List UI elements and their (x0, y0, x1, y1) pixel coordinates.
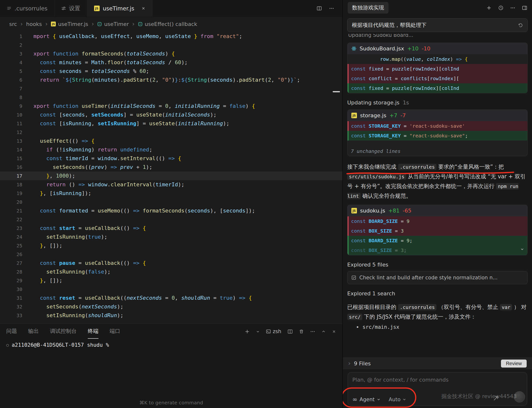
tab-label: useTimer.js (103, 5, 134, 12)
files-bar[interactable]: › 9 Files Review (343, 357, 532, 369)
breadcrumb-item-hooks[interactable]: hooks (26, 21, 42, 27)
code-line-26[interactable]: 26 (0, 250, 342, 259)
scrollbar-thumb[interactable] (333, 91, 340, 92)
code-line-24[interactable]: 24 setIsRunning(true); (0, 233, 342, 241)
chat-title[interactable]: 数独游戏实现 (348, 2, 388, 14)
code-line-18[interactable]: 18 return () => window.clearInterval(tim… (0, 180, 342, 189)
terminal-dropdown-icon[interactable] (256, 330, 260, 333)
code-line-16[interactable]: 16 setSeconds((prev) => prev + 1); (0, 163, 342, 171)
code-line-3[interactable]: 3xport function formatSeconds(totalSecon… (0, 50, 342, 58)
code-line-4[interactable]: 4 const minutes = Math.floor(totalSecond… (0, 58, 342, 67)
maximize-panel-icon[interactable] (322, 330, 326, 334)
split-editor-icon[interactable] (317, 6, 322, 11)
diff-line-del: const fixed = puzzle[rowIndex][colInd (348, 64, 527, 74)
editor-tabs: .cursorrules设置JSuseTimer.js (0, 0, 153, 17)
agent-mode-selector[interactable]: ∞ Agent (352, 396, 380, 402)
terminal-tab-调试控制台[interactable]: 调试控制台 (50, 324, 77, 339)
code-line-8[interactable]: 8 (0, 93, 342, 102)
terminal-tab-输出[interactable]: 输出 (28, 324, 39, 339)
code-line-30[interactable]: 30 (0, 285, 342, 294)
restore-checkpoint-icon[interactable] (518, 23, 523, 28)
breadcrumb[interactable]: src›hooks›JSuseTimer.js›useTimer›useEffe… (0, 17, 342, 31)
kill-terminal-icon[interactable] (299, 329, 304, 334)
code-line-12[interactable]: 12 (0, 128, 342, 137)
terminal-tab-问题[interactable]: 问题 (6, 324, 17, 339)
shell-selector[interactable]: zsh (266, 329, 281, 334)
terminal-shell-icon (266, 329, 271, 334)
code-line-32[interactable]: 32 setSeconds(nextSeconds); (0, 302, 342, 311)
breadcrumb-item-useeffect-callback[interactable]: useEffect() callback (138, 21, 197, 27)
breadcrumb-item-src[interactable]: src (9, 21, 17, 27)
terminal-output[interactable]: ○ a211026@B-41DSQ6LT-0157 shudu % (0, 339, 342, 348)
expand-diff-icon[interactable] (520, 247, 524, 251)
code-editor[interactable]: 1mport { useCallback, useEffect, useMemo… (0, 31, 342, 324)
code-line-9[interactable]: 9xport function useTimer(initialSeconds … (0, 102, 342, 110)
code-line-27[interactable]: 27 const pause = useCallback(() => { (0, 259, 342, 267)
toggle-panel-icon[interactable] (522, 5, 527, 10)
code-line-10[interactable]: 10 const [seconds, setSeconds] = useStat… (0, 110, 342, 119)
diff-card-body: row.map((value, colIndex) => {const fixe… (348, 54, 527, 93)
diff-card-sudokuboard-jsx[interactable]: SudokuBoard.jsx+10-10 row.map((value, co… (347, 43, 528, 93)
terminal-tab-端口[interactable]: 端口 (110, 324, 120, 339)
user-message-text: 根据项目代码规范，帮我处理下 (352, 22, 427, 29)
code-line-15[interactable]: 15 const timerId = window.setInterval(()… (0, 154, 342, 163)
editor-tab-设置[interactable]: 设置 (54, 0, 87, 17)
review-button[interactable]: Review (501, 359, 527, 367)
code-line-14[interactable]: 14 if (!isRunning) return undefined; (0, 145, 342, 154)
model-selector[interactable]: Auto (389, 397, 406, 402)
bullet-dot: • (356, 324, 359, 331)
diff-card-sudoku-js[interactable]: JSsudoku.js+81-65const BOARD_SIZE = 9con… (347, 205, 528, 255)
editor-more-icon[interactable] (329, 6, 334, 11)
code-line-33[interactable]: 33 setIsRunning(shouldRun); (0, 311, 342, 320)
js-symbol-icon: JS (51, 22, 56, 26)
new-terminal-icon[interactable] (245, 329, 250, 334)
explored-search-label: Explored 1 search (347, 290, 528, 297)
tab-label: 设置 (69, 5, 80, 12)
files-chevron-icon[interactable]: › (348, 360, 351, 366)
diff-card-storage-js[interactable]: JSstorage.js+7-7const STORAGE_KEY = 'rea… (347, 110, 528, 156)
diff-card-header[interactable]: SudokuBoard.jsx+10-10 (348, 43, 527, 54)
editor-tab-usetimer-js[interactable]: JSuseTimer.js (87, 0, 153, 17)
breadcrumb-item-usetimer-js[interactable]: JSuseTimer.js (51, 21, 88, 27)
code-line-25[interactable]: 25 }, []); (0, 241, 342, 250)
user-message[interactable]: 根据项目代码规范，帮我处理下 (347, 18, 528, 32)
diff-file-name: storage.js (360, 112, 386, 119)
diff-card-header[interactable]: JSsudoku.js+81-65 (348, 205, 527, 216)
chat-input[interactable]: Plan, @ for context, / for commands ∞ Ag… (348, 372, 527, 406)
terminal-header: 问题输出调试控制台终端端口 zsh (0, 324, 342, 339)
new-chat-icon[interactable] (486, 5, 491, 10)
code-line-19[interactable]: 19 }, [isRunning]); (0, 189, 342, 198)
files-count: 9 Files (354, 360, 371, 366)
chat-history-icon[interactable] (498, 5, 503, 10)
code-line-7[interactable]: 7 (0, 84, 342, 93)
terminal-more-icon[interactable] (310, 329, 315, 334)
code-line-20[interactable]: 20 (0, 198, 342, 206)
terminal-session-icon: ○ (6, 343, 9, 348)
react-file-icon (351, 46, 357, 51)
diff-line-del: const conflict = conflicts[rowIndex][ (348, 74, 527, 83)
code-line-13[interactable]: 13 useEffect(() => { (0, 137, 342, 145)
code-line-31[interactable]: 31 const reset = useCallback((nextSecond… (0, 294, 342, 302)
editor-tab-cursorrules[interactable]: .cursorrules (0, 0, 54, 17)
chat-input-placeholder: Plan, @ for context, / for commands (352, 377, 523, 383)
chat-header: 数独游戏实现 (343, 0, 532, 16)
code-line-22[interactable]: 22 (0, 215, 342, 224)
breadcrumb-item-usetimer[interactable]: useTimer (97, 21, 129, 27)
terminal-tab-终端[interactable]: 终端 (88, 324, 98, 339)
code-line-17[interactable]: 17 }, 1000); (0, 171, 342, 180)
code-line-21[interactable]: 21 const formatted = useMemo(() => forma… (0, 206, 342, 215)
code-line-11[interactable]: 11 const [isRunning, setIsRunning] = use… (0, 119, 342, 128)
split-terminal-icon[interactable] (288, 329, 293, 334)
code-line-1[interactable]: 1mport { useCallback, useEffect, useMemo… (0, 32, 342, 41)
code-line-5[interactable]: 5 const seconds = totalSeconds % 60; (0, 67, 342, 76)
code-line-6[interactable]: 6 return `${String(minutes).padStart(2, … (0, 76, 342, 84)
todo-pill[interactable]: Check lint and build after code style no… (347, 271, 528, 284)
code-line-28[interactable]: 28 setIsRunning(false); (0, 267, 342, 276)
code-line-23[interactable]: 23 const start = useCallback(() => { (0, 224, 342, 233)
diff-card-header[interactable]: JSstorage.js+7-7 (348, 110, 527, 121)
close-tab-icon[interactable] (141, 6, 146, 10)
code-line-2[interactable]: 2 (0, 41, 342, 50)
code-line-29[interactable]: 29 }, []); (0, 276, 342, 285)
chat-more-icon[interactable] (510, 5, 515, 10)
close-panel-icon[interactable] (332, 330, 336, 334)
